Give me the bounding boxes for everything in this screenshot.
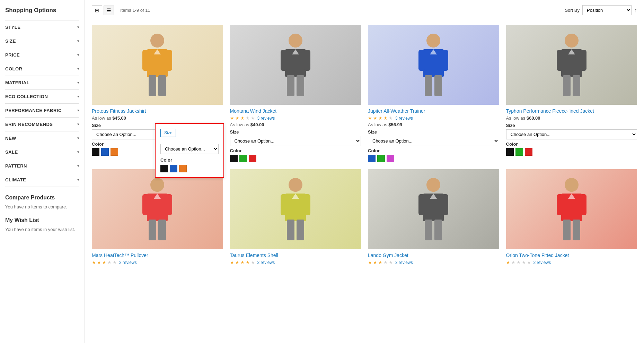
filter-item-new[interactable]: NEW ▾ <box>5 131 79 145</box>
color-swatch-jupiter[interactable] <box>377 155 385 162</box>
filter-label-eco_collection: ECO COLLECTION <box>5 94 48 99</box>
product-name-mars[interactable]: Mars HeatTech™ Pullover <box>92 252 223 258</box>
color-swatch-montana[interactable] <box>239 155 247 162</box>
filter-item-pattern[interactable]: PATTERN ▾ <box>5 159 79 173</box>
color-swatch-typhon[interactable] <box>506 148 514 156</box>
filter-label-color: COLOR <box>5 66 22 71</box>
star-icon: ★ <box>368 115 372 121</box>
chevron-icon-pattern: ▾ <box>77 164 79 168</box>
filter-item-performance_fabric[interactable]: PERFORMANCE FABRIC ▾ <box>5 103 79 117</box>
product-image-montana[interactable] <box>230 25 361 105</box>
reviews-count-lando[interactable]: 3 reviews <box>395 260 413 265</box>
filter-item-erin_recommends[interactable]: ERIN RECOMMENDS ▾ <box>5 117 79 131</box>
star-icon: ★ <box>240 260 245 265</box>
popup-color-swatch[interactable] <box>170 165 177 172</box>
svg-rect-54 <box>563 220 571 240</box>
product-name-orion[interactable]: Orion Two-Tone Fitted Jacket <box>506 252 637 258</box>
product-figure-typhon <box>556 30 587 100</box>
sidebar: Shopping Options STYLE ▾ SIZE ▾ PRICE ▾ … <box>0 0 85 343</box>
color-swatch-proteus[interactable] <box>111 148 118 156</box>
popup-size-select[interactable]: Choose an Option... <box>160 144 219 154</box>
size-select-typhon[interactable]: Choose an Option... <box>506 129 637 139</box>
color-swatch-jupiter[interactable] <box>387 155 394 162</box>
star-icon: ★ <box>230 115 234 121</box>
star-icon: ★ <box>97 260 101 265</box>
list-view-button[interactable]: ☰ <box>104 6 114 15</box>
svg-point-14 <box>426 34 440 48</box>
filter-label-style: STYLE <box>5 25 20 30</box>
product-image-taurus[interactable] <box>230 169 361 249</box>
reviews-count-orion[interactable]: 2 reviews <box>533 260 551 265</box>
items-count: Items 1-9 of 11 <box>120 8 150 13</box>
color-swatch-proteus[interactable] <box>92 148 99 156</box>
svg-point-0 <box>150 34 164 48</box>
popup-color-swatch[interactable] <box>160 165 168 172</box>
filter-item-climate[interactable]: CLIMATE ▾ <box>5 173 79 187</box>
svg-rect-10 <box>281 50 287 71</box>
filter-item-price[interactable]: PRICE ▾ <box>5 48 79 62</box>
svg-rect-5 <box>149 75 156 96</box>
filter-item-size[interactable]: SIZE ▾ <box>5 34 79 48</box>
product-image-mars[interactable] <box>92 169 223 249</box>
product-name-taurus[interactable]: Taurus Elements Shell <box>230 252 361 258</box>
product-price-montana: As low as $49.00 <box>230 122 361 127</box>
size-select-jupiter[interactable]: Choose an Option... <box>368 136 499 146</box>
product-image-jupiter[interactable] <box>368 25 499 105</box>
product-image-typhon[interactable] <box>506 25 637 105</box>
reviews-count-mars[interactable]: 2 reviews <box>119 260 137 265</box>
svg-rect-41 <box>297 220 304 240</box>
product-name-montana[interactable]: Montana Wind Jacket <box>230 108 361 114</box>
grid-view-button[interactable]: ⊞ <box>92 6 102 15</box>
filter-label-size: SIZE <box>5 38 16 44</box>
color-swatch-typhon[interactable] <box>525 148 532 156</box>
color-swatch-montana[interactable] <box>230 155 238 162</box>
color-swatch-proteus[interactable] <box>101 148 109 156</box>
size-select-montana[interactable]: Choose an Option... <box>230 136 361 146</box>
product-card-jupiter: Jupiter All-Weather Trainer ★★★★★ 3 revi… <box>368 25 499 162</box>
chevron-icon-price: ▾ <box>77 53 79 57</box>
svg-rect-34 <box>158 220 166 240</box>
product-image-proteus[interactable] <box>92 25 223 105</box>
product-name-lando[interactable]: Lando Gym Jacket <box>368 252 499 258</box>
product-image-lando[interactable] <box>368 169 499 249</box>
product-figure-jupiter <box>418 30 449 100</box>
popup-size-button[interactable]: Size <box>160 129 176 137</box>
star-icon: ★ <box>92 260 96 265</box>
color-swatch-typhon[interactable] <box>515 148 523 156</box>
reviews-count-taurus[interactable]: 2 reviews <box>257 260 275 265</box>
color-swatch-jupiter[interactable] <box>368 155 376 162</box>
svg-rect-52 <box>557 194 563 215</box>
compare-title: Compare Products <box>5 195 79 201</box>
product-name-proteus[interactable]: Proteus Fitness Jackshirt <box>92 108 223 114</box>
filter-item-sale[interactable]: SALE ▾ <box>5 145 79 159</box>
svg-rect-4 <box>166 50 172 71</box>
svg-rect-18 <box>442 50 448 71</box>
compare-section: Compare Products You have no items to co… <box>5 195 79 209</box>
sort-direction-button[interactable]: ↑ <box>634 7 637 14</box>
color-label-montana: Color <box>230 148 361 153</box>
reviews-count-montana[interactable]: 3 reviews <box>257 116 275 121</box>
filters-container: STYLE ▾ SIZE ▾ PRICE ▾ COLOR ▾ MATERIAL … <box>5 20 79 187</box>
star-icon: ★ <box>107 260 112 265</box>
star-icon: ★ <box>383 260 388 265</box>
color-swatch-montana[interactable] <box>249 155 256 162</box>
filter-item-color[interactable]: COLOR ▾ <box>5 62 79 76</box>
star-icon: ★ <box>235 115 239 121</box>
product-figure-montana <box>280 30 311 100</box>
popup-color-swatches <box>160 165 219 172</box>
sort-select[interactable]: Position Product Name Price <box>582 5 632 15</box>
chevron-icon-style: ▾ <box>77 25 79 29</box>
reviews-count-jupiter[interactable]: 3 reviews <box>395 116 413 121</box>
svg-point-35 <box>289 178 302 192</box>
product-name-jupiter[interactable]: Jupiter All-Weather Trainer <box>368 108 499 114</box>
filter-item-material[interactable]: MATERIAL ▾ <box>5 76 79 89</box>
svg-rect-11 <box>304 50 310 71</box>
star-icon: ★ <box>240 115 245 121</box>
filter-item-eco_collection[interactable]: ECO COLLECTION ▾ <box>5 89 79 103</box>
svg-rect-25 <box>580 50 586 71</box>
filter-item-style[interactable]: STYLE ▾ <box>5 20 79 34</box>
popup-color-swatch[interactable] <box>179 165 187 172</box>
chevron-icon-sale: ▾ <box>77 150 79 154</box>
product-image-orion[interactable] <box>506 169 637 249</box>
product-name-typhon[interactable]: Typhon Performance Fleece-lined Jacket <box>506 108 637 114</box>
